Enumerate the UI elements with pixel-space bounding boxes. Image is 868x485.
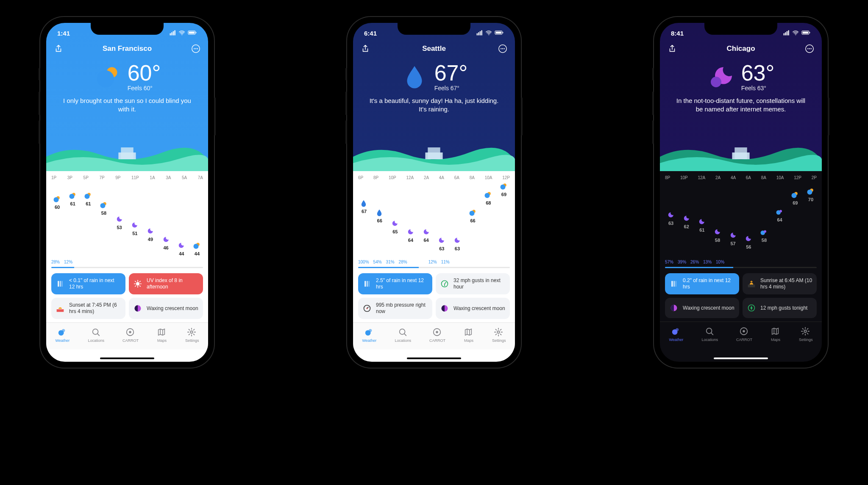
info-card[interactable]: UV index of 8 in afternoon [129,273,203,294]
precip-bar [665,267,817,268]
tab-locations-icon [398,327,408,338]
info-card[interactable]: 32 mph gusts in next hour [436,273,510,294]
city-title[interactable]: Seattle [422,44,446,53]
svg-point-11 [197,48,198,49]
share-button[interactable] [53,43,64,54]
info-card[interactable]: Waxing crescent moon [436,298,510,319]
moon-icon [115,216,124,224]
hour-axis-label: 10A [776,175,784,180]
hourly-point: 61 [66,183,80,258]
hourly-point: 66 [466,183,480,258]
hourly-point: 64 [773,183,787,258]
tab-label: Locations [88,338,104,343]
tab-bar: WeatherLocationsCARROTMapsSettings [660,321,822,349]
tab-maps[interactable]: Maps [157,327,167,343]
hourly-temp: 57 [731,241,736,246]
svg-rect-57 [496,31,502,33]
tab-weather[interactable]: Weather [362,327,377,343]
status-bar: 8:41 [660,26,822,40]
more-button[interactable] [190,43,201,54]
more-button[interactable] [804,43,815,54]
info-card[interactable]: Sunrise at 6:45 AM (10 hrs 4 mins) [743,273,817,294]
hourly-temp: 61 [70,201,75,206]
tab-settings[interactable]: Settings [799,327,813,342]
tab-settings[interactable]: Settings [185,327,199,343]
home-indicator[interactable] [100,358,154,359]
svg-rect-88 [784,33,785,35]
precip-row: 57%39%26%13%10% [660,260,822,267]
svg-point-106 [779,210,782,213]
share-button[interactable] [667,43,678,54]
phone-frame: 6:41 Seattle 67° Feels 67° [347,17,521,368]
city-title[interactable]: San Francisco [103,44,152,53]
tab-settings[interactable]: Settings [492,327,506,343]
hourly-temp: 64 [424,238,429,243]
hourly-point: 44 [190,183,204,258]
tab-carrot[interactable]: CARROT [736,327,752,342]
tab-weather[interactable]: Weather [669,327,684,342]
status-time: 1:41 [57,30,70,37]
status-time: 8:41 [671,30,684,37]
tab-carrot[interactable]: CARROT [429,327,445,343]
tab-label: Locations [395,338,411,343]
info-card[interactable]: 12 mph gusts tonight [743,298,817,318]
svg-rect-39 [57,309,64,312]
hourly-temp: 65 [392,229,398,234]
svg-rect-27 [60,281,61,286]
hourly-chart[interactable]: 63626158575658646970 [660,180,822,260]
hero: Chicago 63° Feels 63° In the not-too-dis… [660,23,822,171]
share-button[interactable] [360,43,371,54]
tab-label: Weather [56,338,70,343]
tab-weather[interactable]: Weather [56,327,70,343]
hour-axis-label: 2A [424,175,429,180]
status-bar: 6:41 [353,26,515,40]
more-button[interactable] [497,43,508,54]
tab-locations[interactable]: Locations [701,327,718,342]
home-indicator[interactable] [407,358,461,359]
card-text: 12 mph gusts tonight [760,305,807,311]
hourly-point: 63 [435,183,448,258]
phone-frame: 1:41 San Francisco 60° Feels 6 [40,17,214,368]
info-card[interactable]: Sunset at 7:45 PM (6 hrs 4 mins) [51,298,125,319]
info-card[interactable]: < 0.1" of rain in next 12 hrs [51,273,125,294]
svg-point-23 [100,203,105,208]
card-text: Waxing crescent moon [453,305,505,312]
tab-locations[interactable]: Locations [395,327,411,343]
moon-icon [453,237,462,245]
info-card[interactable]: 995 mb pressure right now [358,298,432,319]
precip-bar [51,267,203,268]
svg-rect-15 [118,152,136,159]
tab-locations[interactable]: Locations [88,327,104,343]
hourly-temp: 60 [55,205,60,210]
info-card[interactable]: Waxing crescent moon [665,298,739,318]
hourly-chart[interactable]: 67666564646363666869 [353,180,515,260]
tab-maps[interactable]: Maps [464,327,474,343]
svg-point-21 [85,194,90,199]
hourly-chart[interactable]: 60616158535149464444 [46,180,208,260]
rain-icon [669,279,679,288]
hourly-temp: 61 [699,227,704,233]
info-card[interactable]: 0.2" of rain in next 12 hrs [665,273,739,294]
hourly-point: 67 [357,183,371,258]
card-text: Sunset at 7:45 PM (6 hrs 4 mins) [69,302,121,315]
tab-weather-icon [671,327,681,337]
info-card[interactable]: Waxing crescent moon [129,298,203,319]
info-card[interactable]: 2.5" of rain in next 12 hrs [358,273,432,294]
hourly-point: 60 [50,183,64,258]
hourly-temp: 44 [179,251,184,256]
svg-rect-89 [785,32,786,35]
svg-point-50 [190,331,193,333]
tab-carrot-icon [125,327,136,338]
tab-carrot[interactable]: CARROT [122,327,139,343]
city-title[interactable]: Chicago [726,44,755,53]
tab-maps[interactable]: Maps [771,327,781,342]
home-indicator[interactable] [714,358,768,359]
wifi-icon [792,29,799,37]
precip-label: 28% [399,260,407,264]
tab-carrot-icon [739,327,749,337]
svg-point-9 [194,48,195,49]
partly-sunny-icon [484,191,492,200]
hourly-temp: 58 [101,211,106,216]
svg-line-34 [135,281,136,282]
svg-rect-0 [170,33,171,35]
